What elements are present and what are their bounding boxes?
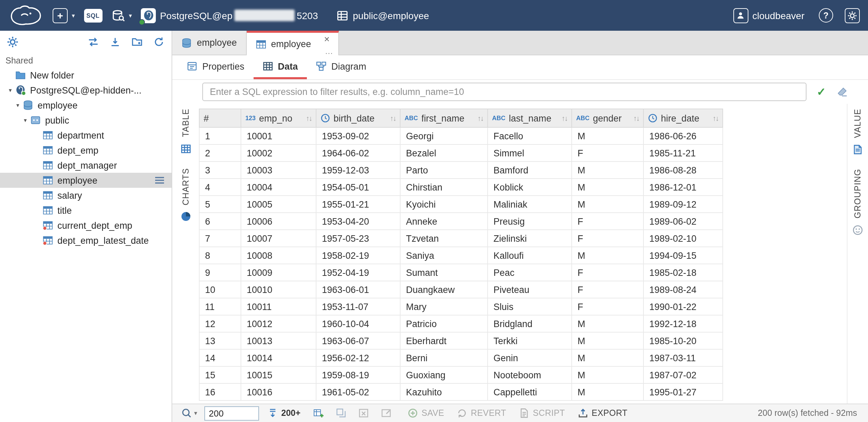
save-button[interactable]: SAVE <box>401 408 450 419</box>
data-cell-emp_no[interactable]: 10010 <box>241 281 316 298</box>
data-cell-emp_no[interactable]: 10012 <box>241 315 316 332</box>
help-button[interactable]: ? <box>819 8 833 23</box>
data-cell-birth_date[interactable]: 1959-08-19 <box>316 366 400 383</box>
data-cell-birth_date[interactable]: 1963-06-01 <box>316 281 400 298</box>
data-cell-first_name[interactable]: Sumant <box>400 264 488 281</box>
tab-overflow-icon[interactable]: … <box>325 48 333 55</box>
data-cell-gender[interactable]: M <box>572 315 643 332</box>
data-cell-emp_no[interactable]: 10011 <box>241 298 316 315</box>
data-cell-hire_date[interactable]: 1987-07-02 <box>643 366 723 383</box>
data-cell-hire_date[interactable]: 1985-11-21 <box>643 144 723 161</box>
data-cell-first_name[interactable]: Berni <box>400 349 488 366</box>
data-cell-gender[interactable]: F <box>572 264 643 281</box>
data-cell-birth_date[interactable]: 1958-02-19 <box>316 247 400 264</box>
row-number-cell[interactable]: 8 <box>199 247 241 264</box>
data-cell-first_name[interactable]: Chirstian <box>400 179 488 196</box>
data-cell-last_name[interactable]: Preusig <box>488 213 572 230</box>
tree-item-employee[interactable]: ▾employee <box>0 98 172 113</box>
cloudbeaver-logo[interactable] <box>8 4 44 27</box>
data-cell-emp_no[interactable]: 10006 <box>241 213 316 230</box>
column-header-gender[interactable]: ABCgender↑↓ <box>572 109 643 127</box>
tree-item-postgresql-ep-hidden[interactable]: ▾PostgreSQL@ep-hidden-... <box>0 83 172 98</box>
row-number-cell[interactable]: 10 <box>199 281 241 298</box>
row-menu-icon[interactable] <box>154 176 165 186</box>
tree-item-dept-manager[interactable]: dept_manager <box>0 158 172 173</box>
column-header-first_name[interactable]: ABCfirst_name↑↓ <box>400 109 488 127</box>
close-tab-icon[interactable]: × <box>324 34 329 44</box>
data-cell-birth_date[interactable]: 1963-06-07 <box>316 332 400 349</box>
data-cell-emp_no[interactable]: 10007 <box>241 230 316 247</box>
data-cell-hire_date[interactable]: 1989-02-10 <box>643 230 723 247</box>
user-menu-button[interactable]: cloudbeaver <box>733 8 804 23</box>
sql-editor-button[interactable]: SQL <box>84 9 102 22</box>
data-cell-first_name[interactable]: Kazuhito <box>400 383 488 400</box>
data-cell-birth_date[interactable]: 1954-05-01 <box>316 179 400 196</box>
data-cell-hire_date[interactable]: 1992-12-18 <box>643 315 723 332</box>
collapse-all-icon[interactable] <box>109 36 121 47</box>
data-cell-birth_date[interactable]: 1956-02-12 <box>316 349 400 366</box>
data-cell-gender[interactable]: M <box>572 196 643 213</box>
export-button[interactable]: EXPORT <box>571 408 634 419</box>
data-cell-last_name[interactable]: Zielinski <box>488 230 572 247</box>
fetch-more-button[interactable]: 200+ <box>267 408 300 419</box>
data-cell-first_name[interactable]: Bezalel <box>400 144 488 161</box>
data-cell-last_name[interactable]: Genin <box>488 349 572 366</box>
row-number-cell[interactable]: 5 <box>199 196 241 213</box>
presentation-charts-switch[interactable]: CHARTS <box>180 168 191 222</box>
sql-filter-input[interactable] <box>202 83 806 101</box>
data-cell-gender[interactable]: M <box>572 349 643 366</box>
data-cell-last_name[interactable]: Bamford <box>488 161 572 179</box>
row-number-cell[interactable]: 4 <box>199 179 241 196</box>
data-cell-emp_no[interactable]: 10002 <box>241 144 316 161</box>
data-cell-last_name[interactable]: Kalloufi <box>488 247 572 264</box>
row-number-cell[interactable]: 11 <box>199 298 241 315</box>
data-cell-first_name[interactable]: Kyoichi <box>400 196 488 213</box>
data-cell-gender[interactable]: F <box>572 213 643 230</box>
data-cell-first_name[interactable]: Guoxiang <box>400 366 488 383</box>
data-cell-hire_date[interactable]: 1990-01-22 <box>643 298 723 315</box>
data-cell-birth_date[interactable]: 1953-04-20 <box>316 213 400 230</box>
sort-icon[interactable]: ↑↓ <box>561 114 567 122</box>
data-cell-emp_no[interactable]: 10016 <box>241 383 316 400</box>
grouping-panel-switch[interactable]: GROUPING <box>852 169 863 236</box>
connection-search-button[interactable]: ▾ <box>111 9 132 22</box>
data-cell-first_name[interactable]: Tzvetan <box>400 230 488 247</box>
data-cell-emp_no[interactable]: 10005 <box>241 196 316 213</box>
data-cell-hire_date[interactable]: 1986-06-26 <box>643 127 723 144</box>
value-panel-switch[interactable]: VALUE <box>852 109 863 155</box>
new-object-button[interactable]: + ▾ <box>53 8 75 23</box>
data-cell-birth_date[interactable]: 1955-01-21 <box>316 196 400 213</box>
tree-item-dept-emp-latest-date[interactable]: dept_emp_latest_date <box>0 233 172 248</box>
data-cell-last_name[interactable]: Maliniak <box>488 196 572 213</box>
data-cell-emp_no[interactable]: 10013 <box>241 332 316 349</box>
refresh-results-button[interactable]: ▾ <box>181 408 197 419</box>
data-cell-last_name[interactable]: Bridgland <box>488 315 572 332</box>
data-cell-birth_date[interactable]: 1959-12-03 <box>316 161 400 179</box>
tree-item-current-dept-emp[interactable]: current_dept_emp <box>0 218 172 233</box>
settings-button[interactable] <box>845 8 860 23</box>
data-cell-first_name[interactable]: Parto <box>400 161 488 179</box>
tree-item-title[interactable]: title <box>0 203 172 218</box>
edit-value-icon[interactable] <box>380 408 391 419</box>
data-cell-first_name[interactable]: Duangkaew <box>400 281 488 298</box>
data-cell-last_name[interactable]: Facello <box>488 127 572 144</box>
data-cell-hire_date[interactable]: 1986-12-01 <box>643 179 723 196</box>
data-cell-last_name[interactable]: Simmel <box>488 144 572 161</box>
data-cell-hire_date[interactable]: 1994-09-15 <box>643 247 723 264</box>
connection-selector[interactable]: PostgreSQL@ep5203 <box>141 8 318 23</box>
revert-button[interactable]: REVERT <box>450 408 512 419</box>
column-header-emp_no[interactable]: 123emp_no↑↓ <box>241 109 316 127</box>
navigator-settings-gear-icon[interactable] <box>7 36 18 47</box>
column-header-birth_date[interactable]: birth_date↑↓ <box>316 109 400 127</box>
data-cell-birth_date[interactable]: 1953-11-07 <box>316 298 400 315</box>
tree-item-dept-emp[interactable]: dept_emp <box>0 143 172 158</box>
data-cell-gender[interactable]: M <box>572 332 643 349</box>
data-cell-birth_date[interactable]: 1964-06-02 <box>316 144 400 161</box>
tree-item-salary[interactable]: salary <box>0 188 172 203</box>
data-cell-emp_no[interactable]: 10004 <box>241 179 316 196</box>
data-cell-emp_no[interactable]: 10008 <box>241 247 316 264</box>
data-cell-first_name[interactable]: Patricio <box>400 315 488 332</box>
data-cell-last_name[interactable]: Nooteboom <box>488 366 572 383</box>
presentation-table-switch[interactable]: TABLE <box>180 109 191 154</box>
data-cell-hire_date[interactable]: 1986-08-28 <box>643 161 723 179</box>
